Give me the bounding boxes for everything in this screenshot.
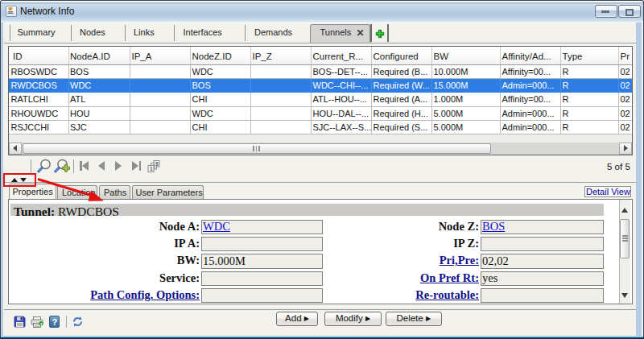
svg-text:1: 1 <box>150 165 153 172</box>
